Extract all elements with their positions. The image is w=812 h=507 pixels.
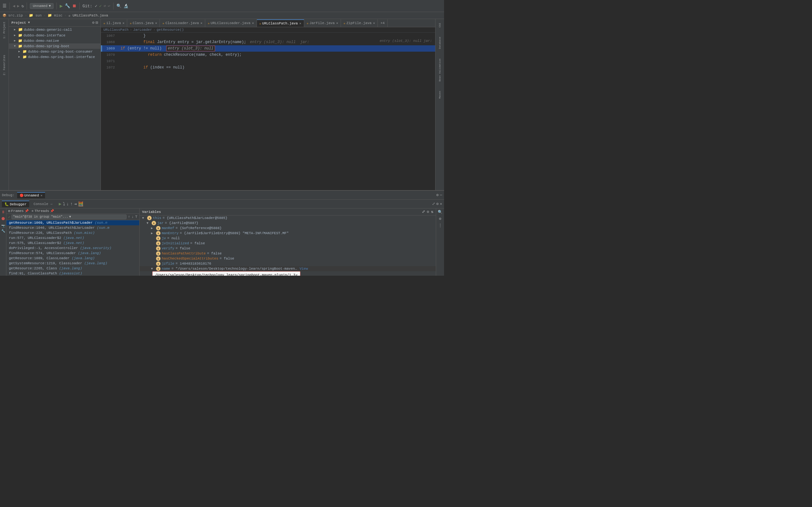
right-tab-bean[interactable]: Bean Validation (438, 57, 442, 83)
tree-item-interface[interactable]: ▶ 📁 dubbo-demo-interface (9, 33, 101, 38)
sidebar-item-favorites[interactable]: 2: Favorites (2, 54, 7, 77)
tree-item-generic-call[interactable]: ▶ 📁 dubbo-demo-generic-call (9, 26, 101, 33)
var-row-hascsa[interactable]: i hasCheckedSpecialAttributes = false (140, 256, 436, 261)
urlclasspath-file[interactable]: ☕ URLClassPath.java (68, 13, 108, 17)
var-row-hascpa[interactable]: i hasClassPathAttribute = false (140, 251, 436, 256)
frame-10[interactable]: find:91, ClassClassPath (javassist) (6, 271, 139, 276)
close-icon3[interactable]: ✕ (200, 21, 202, 25)
tree-item-sb-interface[interactable]: ▶ 📁 dubbo-demo-spring-boot-interface (9, 54, 101, 60)
threads-pin[interactable]: 📌 (50, 209, 54, 213)
step-into-btn[interactable]: ↓ (66, 202, 69, 207)
close-icon4[interactable]: ✕ (252, 21, 254, 25)
right-tab-cgi[interactable]: CGI (438, 21, 442, 29)
var-row-jar[interactable]: ▼ i jar = {JarFile@5887} (140, 221, 436, 226)
undo-icon[interactable]: ↩ (108, 3, 110, 9)
tree-item-native[interactable]: ▶ 📁 dubbo-demo-native (9, 38, 101, 43)
frame-5[interactable]: doPrivileged:-1, AccessController (java.… (6, 245, 139, 250)
tab-zipfile[interactable]: ☕ ZipFile.java ✕ (341, 19, 378, 27)
d-icon-more[interactable]: ⋮ (438, 223, 442, 228)
refresh-icon[interactable]: ↻ (21, 3, 24, 9)
var-row-manref[interactable]: ▶ i manRef = {SoftReference@5888} (140, 226, 436, 231)
close-icon[interactable]: ✕ (122, 21, 124, 25)
collapse-icon[interactable]: ⊟ (96, 20, 98, 25)
tab-urlclasspath[interactable]: ☕ URLClassPath.java ✕ (257, 19, 304, 27)
var-row-verify[interactable]: i verify = false (140, 246, 436, 251)
src-zip-label[interactable]: src.zip (8, 14, 23, 17)
evaluate-btn[interactable]: 🧮 (78, 201, 84, 207)
frame-9[interactable]: getResource:2265, Class (java.lang) (6, 266, 139, 271)
tab-urlclassloader[interactable]: ☕ URLClassLoader.java ✕ (205, 19, 257, 27)
git-check-icon[interactable]: Git: ✓ (83, 3, 97, 9)
tab-debugger[interactable]: 🐛 Debugger (2, 201, 29, 207)
resume-btn[interactable]: ▶ (59, 201, 61, 207)
debug-settings-icon[interactable]: ⚙ (437, 193, 439, 198)
view-link-name[interactable]: View (299, 267, 308, 271)
run-to-cursor-btn[interactable]: ⇥ (74, 201, 77, 207)
close-icon2[interactable]: ✕ (155, 21, 157, 25)
debug-ext-icon[interactable]: 🔧 (65, 3, 70, 9)
right-tab-maven[interactable]: Maven (438, 90, 442, 100)
var-row-manentry[interactable]: ▶ i manEntry = {JarFile$JarFileEntry@588… (140, 231, 436, 236)
vars-sort-icon[interactable]: ⇅ (431, 210, 433, 214)
d-icon-settings2[interactable]: ⚙ (439, 216, 441, 221)
tree-item-spring-boot[interactable]: ▼ 📁 dubbo-demo-spring-boot (9, 43, 101, 49)
search-icon[interactable]: 🔍 (116, 3, 121, 9)
var-row-jv[interactable]: i jv = null (140, 236, 436, 241)
debug-sidebar-icon2[interactable]: 🔧 (1, 229, 5, 233)
project-dropdown[interactable]: ▼ (28, 21, 30, 24)
frame-2[interactable]: findResource:226, URLClassPath (sun.misc… (6, 230, 139, 235)
frame-4[interactable]: run:575, URLClassLoader$2 (java.net) (6, 240, 139, 245)
right-tab-database[interactable]: Database (438, 36, 442, 50)
frames-pin[interactable]: 📌 (25, 209, 29, 213)
vars-expand-icon[interactable]: ⤢ (422, 210, 425, 214)
back-icon[interactable]: ◀ (13, 3, 15, 9)
thread-dropdown[interactable]: "main"@738 in group "main"... ▼ (11, 215, 126, 219)
frame-0[interactable]: getResource:1069, URLClassPath$JarLoader… (6, 220, 139, 225)
breadcrumb-jarloader[interactable]: JarLoader (133, 28, 152, 32)
var-row-this[interactable]: ▼ i this = {URLClassPath$JarLoader@5885} (140, 216, 436, 221)
frame-7[interactable]: getResource:1089, ClassLoader (java.lang… (6, 256, 139, 261)
run-btn[interactable]: ▶ (60, 3, 63, 9)
tree-item-consumer[interactable]: ▶ 📁 dubbo-demo-spring-boot-consumer (9, 49, 101, 54)
vars-settings-icon[interactable]: ⚙ (427, 210, 429, 214)
breakpoint-icon[interactable] (2, 217, 5, 220)
step-over-btn[interactable]: ⤵ (63, 202, 65, 207)
tab-more[interactable]: +4 (378, 19, 387, 27)
git-arrows[interactable]: ⇄ (104, 3, 106, 8)
frame-6[interactable]: findResource:574, URLClassLoader (java.l… (6, 250, 139, 256)
thread-up-icon[interactable]: ↑ (128, 215, 130, 219)
sidebar-item-project[interactable]: 1: Project (2, 20, 7, 40)
close-icon6[interactable]: ✕ (336, 21, 338, 25)
debug-close[interactable]: ✕ (41, 193, 43, 198)
close-icon7[interactable]: ✕ (373, 21, 375, 25)
settings-icon[interactable]: ⚙ (92, 20, 95, 25)
sun-folder[interactable]: 📁 sun (29, 13, 42, 17)
debug-name-tab[interactable]: 🔴 Unnamed ✕ (17, 192, 45, 199)
close-icon5[interactable]: ✕ (299, 21, 301, 25)
forward-icon[interactable]: ▶ (17, 3, 20, 9)
tab-class-java[interactable]: ☕ Class.java ✕ (127, 19, 160, 27)
frame-8[interactable]: getSystemResource:1219, ClassLoader (jav… (6, 261, 139, 266)
tab-console[interactable]: Console → (31, 201, 55, 207)
project-selector[interactable]: Unnamed ▼ (30, 3, 54, 9)
debug-minimize-icon[interactable]: — (440, 193, 442, 198)
close-debug-icon[interactable]: ✕ (440, 202, 442, 206)
stop-btn[interactable]: ⏹ (72, 3, 77, 9)
breadcrumb-urlclasspath[interactable]: URLClassPath (103, 28, 129, 32)
inspect-icon[interactable]: 🔬 (123, 3, 129, 9)
settings-debug-icon[interactable]: ⚙ (437, 202, 439, 206)
menu-icon[interactable]: ☰ (3, 3, 7, 9)
thread-down-icon[interactable]: ↓ (132, 215, 134, 219)
expand-debug-icon[interactable]: ⤢ (432, 202, 435, 206)
breadcrumb-getresource[interactable]: getResource() (157, 28, 184, 32)
tab-classloader[interactable]: ☕ ClassLoader.java ✕ (160, 19, 205, 27)
misc-folder[interactable]: 📁 misc (48, 13, 62, 17)
thread-filter-icon[interactable]: ⊤ (135, 215, 137, 219)
step-out-btn[interactable]: ↑ (70, 202, 72, 207)
tab-il-java[interactable]: ☕ il.java ✕ (101, 19, 127, 27)
frame-1[interactable]: findResource:1046, URLClassPath$JarLoade… (6, 225, 139, 230)
tab-jarfile[interactable]: ☕ JarFile.java ✕ (304, 19, 341, 27)
var-row-jvinit[interactable]: i jvInitialized = false (140, 241, 436, 246)
var-row-name[interactable]: ▼ i name = "/Users/saleson/Desktop/techn… (140, 266, 436, 271)
pause-icon[interactable]: ⏸ (1, 210, 5, 215)
